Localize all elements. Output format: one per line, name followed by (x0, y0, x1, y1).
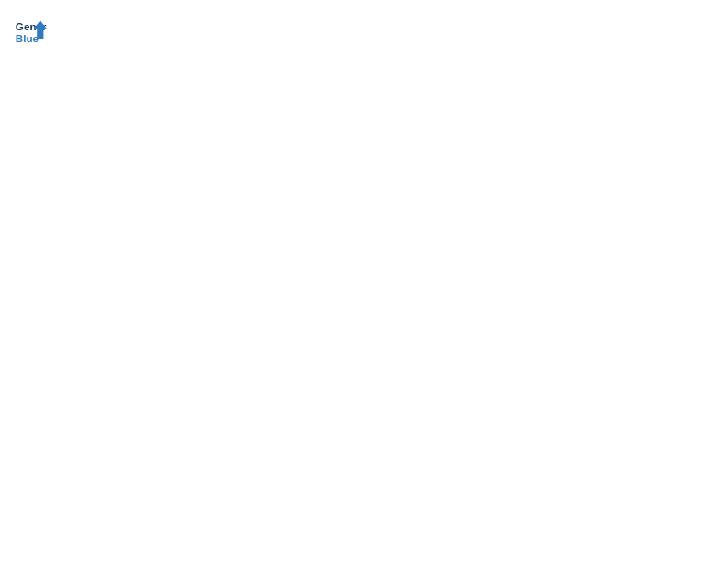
logo: General Blue (14, 14, 51, 47)
svg-text:Blue: Blue (16, 32, 40, 44)
header: General Blue (14, 14, 714, 47)
logo-icon: General Blue (14, 14, 47, 47)
